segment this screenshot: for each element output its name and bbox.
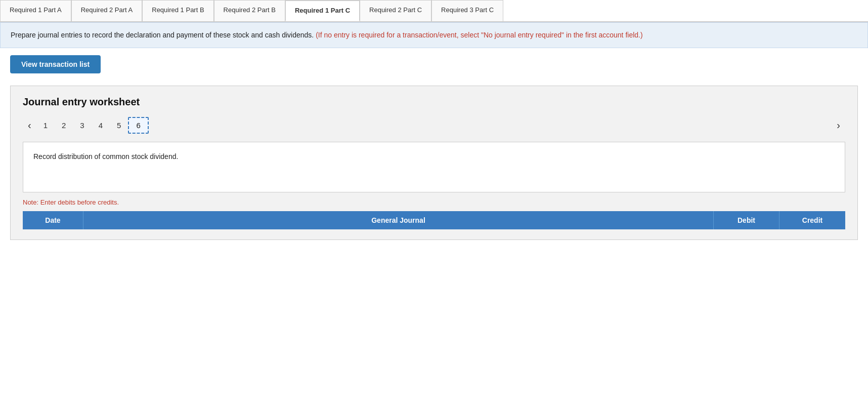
- tab-req1a[interactable]: Required 1 Part A: [0, 0, 71, 21]
- page-5-button[interactable]: 5: [110, 118, 128, 133]
- tabs-bar: Required 1 Part A Required 2 Part A Requ…: [0, 0, 868, 22]
- pagination: ‹ 1 2 3 4 5 6 ›: [23, 117, 845, 134]
- instruction-red-text: (If no entry is required for a transacti…: [314, 31, 642, 39]
- tab-req1c[interactable]: Required 1 Part C: [285, 0, 360, 21]
- description-box: Record distribution of common stock divi…: [23, 142, 845, 192]
- page-3-button[interactable]: 3: [73, 118, 91, 133]
- worksheet-panel: Journal entry worksheet ‹ 1 2 3 4 5 6 › …: [10, 86, 858, 240]
- tab-req3c[interactable]: Required 3 Part C: [431, 0, 503, 21]
- page-1-button[interactable]: 1: [36, 118, 55, 133]
- col-header-general-journal: General Journal: [83, 211, 714, 229]
- tab-req2b[interactable]: Required 2 Part B: [214, 0, 285, 21]
- worksheet-title: Journal entry worksheet: [23, 96, 845, 108]
- tab-req2c[interactable]: Required 2 Part C: [360, 0, 431, 21]
- col-header-date: Date: [23, 211, 83, 229]
- note-text: Note: Enter debits before credits.: [23, 198, 845, 206]
- view-transaction-button[interactable]: View transaction list: [10, 55, 101, 73]
- tab-req1b[interactable]: Required 1 Part B: [142, 0, 213, 21]
- page-4-button[interactable]: 4: [92, 118, 110, 133]
- description-text: Record distribution of common stock divi…: [33, 152, 178, 161]
- col-header-credit: Credit: [779, 211, 845, 229]
- btn-area: View transaction list: [0, 48, 868, 81]
- next-page-button[interactable]: ›: [832, 117, 845, 133]
- prev-page-button[interactable]: ‹: [23, 117, 36, 133]
- instruction-main-text: Prepare journal entries to record the de…: [11, 31, 314, 39]
- tab-req2a[interactable]: Required 2 Part A: [71, 0, 143, 21]
- page-6-button[interactable]: 6: [128, 117, 148, 134]
- journal-table-header: Date General Journal Debit Credit: [23, 211, 845, 229]
- page-2-button[interactable]: 2: [55, 118, 73, 133]
- instruction-banner: Prepare journal entries to record the de…: [0, 22, 868, 48]
- col-header-debit: Debit: [714, 211, 779, 229]
